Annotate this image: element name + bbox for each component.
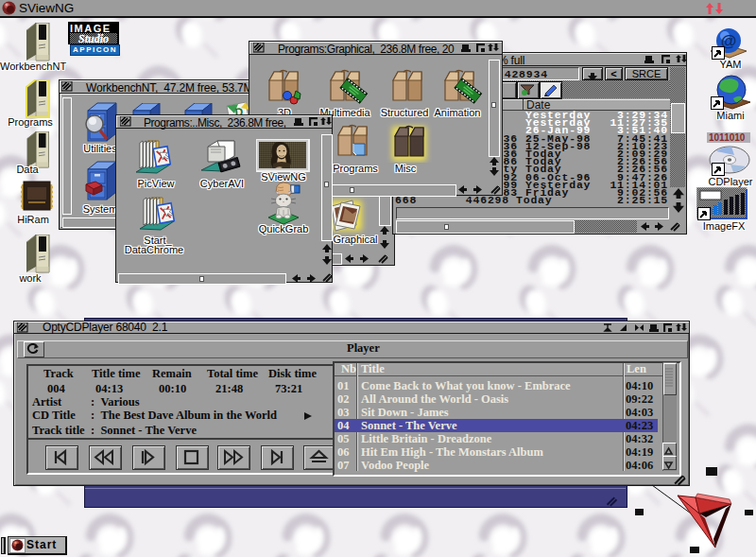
svg-text:Studio: Studio xyxy=(78,33,109,44)
